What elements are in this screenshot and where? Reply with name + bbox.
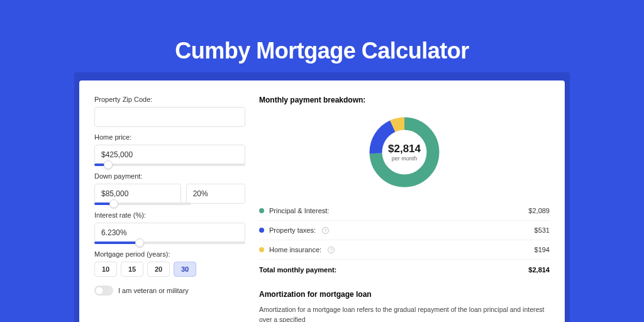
legend-value: $531 xyxy=(535,226,550,234)
legend-total-row: Total monthly payment: $2,814 xyxy=(259,260,550,282)
period-option-30[interactable]: 30 xyxy=(174,262,196,277)
veteran-label: I am veteran or military xyxy=(118,287,189,294)
zip-input[interactable] xyxy=(94,107,245,127)
inputs-column: Property Zip Code: Home price: Down paym… xyxy=(94,96,245,322)
home-price-input[interactable] xyxy=(94,145,245,165)
donut-amount: $2,814 xyxy=(388,143,421,155)
legend-value: $2,089 xyxy=(528,207,550,214)
legend-label: Property taxes: xyxy=(269,226,316,234)
legend-row: Home insurance:?$194 xyxy=(259,240,550,260)
page-title: Cumby Mortgage Calculator xyxy=(0,0,644,64)
period-label: Mortgage period (years): xyxy=(94,250,245,258)
interest-slider[interactable] xyxy=(94,242,245,244)
legend-list: Principal & Interest:$2,089Property taxe… xyxy=(259,201,550,260)
info-icon[interactable]: ? xyxy=(322,227,329,234)
zip-group: Property Zip Code: xyxy=(94,96,245,127)
donut-chart: $2,814 per month xyxy=(259,111,550,201)
slider-thumb[interactable] xyxy=(109,199,118,208)
period-option-10[interactable]: 10 xyxy=(94,262,117,277)
veteran-toggle[interactable] xyxy=(94,286,113,296)
period-group: Mortgage period (years): 10152030 xyxy=(94,250,245,277)
amortization-title: Amortization for mortgage loan xyxy=(259,290,550,299)
total-label: Total monthly payment: xyxy=(259,266,336,274)
legend-dot xyxy=(259,228,264,233)
breakdown-column: Monthly payment breakdown: $2,814 per mo… xyxy=(259,96,550,322)
legend-value: $194 xyxy=(535,246,550,253)
veteran-row: I am veteran or military xyxy=(94,286,245,296)
interest-group: Interest rate (%): xyxy=(94,211,245,244)
home-price-label: Home price: xyxy=(94,133,245,141)
info-icon[interactable]: ? xyxy=(328,247,335,253)
slider-thumb[interactable] xyxy=(135,238,144,247)
period-option-15[interactable]: 15 xyxy=(121,262,143,277)
legend-label: Home insurance: xyxy=(269,246,321,253)
total-value: $2,814 xyxy=(528,266,550,274)
home-price-slider[interactable] xyxy=(94,164,245,166)
donut-sub: per month xyxy=(388,155,421,162)
down-payment-input[interactable] xyxy=(94,184,181,204)
zip-label: Property Zip Code: xyxy=(94,96,245,103)
legend-label: Principal & Interest: xyxy=(269,207,329,214)
slider-thumb[interactable] xyxy=(104,160,113,169)
donut-center: $2,814 per month xyxy=(388,143,421,162)
legend-row: Property taxes:?$531 xyxy=(259,221,550,240)
interest-label: Interest rate (%): xyxy=(94,211,245,219)
period-options: 10152030 xyxy=(94,262,245,277)
legend-row: Principal & Interest:$2,089 xyxy=(259,201,550,221)
legend-dot xyxy=(259,208,264,213)
down-payment-group: Down payment: xyxy=(94,172,245,205)
down-payment-percent-input[interactable] xyxy=(186,184,245,204)
period-option-20[interactable]: 20 xyxy=(147,262,170,277)
down-payment-label: Down payment: xyxy=(94,172,245,180)
breakdown-title: Monthly payment breakdown: xyxy=(259,96,550,104)
down-payment-slider[interactable] xyxy=(94,203,191,205)
interest-input[interactable] xyxy=(94,223,245,243)
amortization-text: Amortization for a mortgage loan refers … xyxy=(259,305,550,322)
legend-dot xyxy=(259,247,264,252)
calculator-card: Property Zip Code: Home price: Down paym… xyxy=(79,80,565,322)
home-price-group: Home price: xyxy=(94,133,245,166)
